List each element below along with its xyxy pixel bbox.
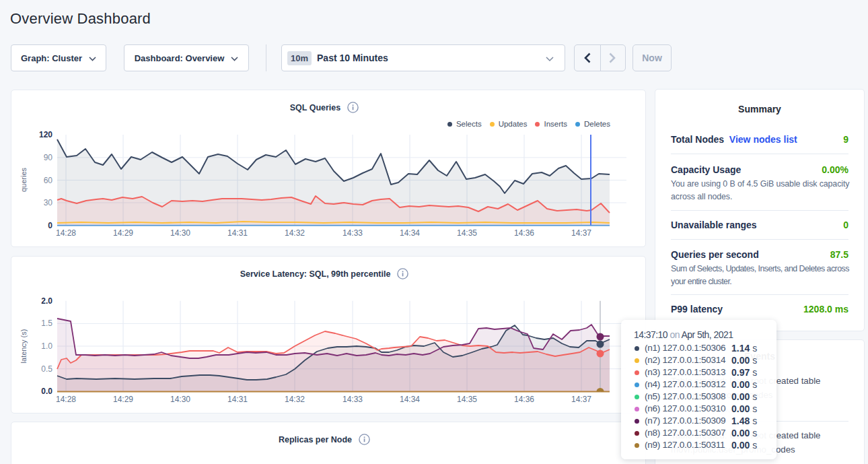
svg-text:14:33: 14:33	[342, 395, 363, 404]
svg-text:14:36: 14:36	[514, 395, 534, 404]
svg-text:0.0: 0.0	[41, 387, 52, 396]
svg-text:14:37: 14:37	[571, 395, 591, 404]
svg-text:0: 0	[48, 221, 52, 230]
svg-text:14:29: 14:29	[113, 228, 133, 238]
svg-text:30: 30	[44, 198, 53, 207]
svg-text:queries: queries	[20, 167, 28, 192]
svg-text:14:34: 14:34	[400, 395, 420, 404]
svg-text:14:34: 14:34	[400, 228, 420, 238]
svg-text:14:35: 14:35	[457, 228, 477, 238]
svg-text:14:32: 14:32	[285, 395, 305, 404]
svg-text:latency (s): latency (s)	[20, 329, 28, 364]
svg-text:14:37: 14:37	[571, 228, 591, 238]
svg-text:60: 60	[44, 176, 53, 185]
svg-text:14:30: 14:30	[170, 228, 190, 238]
svg-text:14:35: 14:35	[457, 395, 477, 404]
svg-text:14:31: 14:31	[227, 228, 248, 238]
svg-text:14:32: 14:32	[285, 228, 305, 238]
svg-text:0.5: 0.5	[41, 364, 52, 374]
svg-text:14:36: 14:36	[514, 228, 534, 238]
svg-text:1.5: 1.5	[41, 319, 52, 328]
svg-text:14:31: 14:31	[227, 395, 248, 404]
svg-text:2.0: 2.0	[41, 296, 52, 306]
svg-text:14:28: 14:28	[56, 395, 76, 404]
svg-text:14:30: 14:30	[170, 395, 190, 404]
svg-text:90: 90	[44, 153, 53, 162]
svg-text:14:33: 14:33	[342, 228, 363, 238]
svg-text:120: 120	[39, 130, 52, 139]
svg-text:14:29: 14:29	[113, 395, 133, 404]
svg-text:14:28: 14:28	[56, 228, 76, 238]
svg-text:1.0: 1.0	[41, 341, 52, 351]
